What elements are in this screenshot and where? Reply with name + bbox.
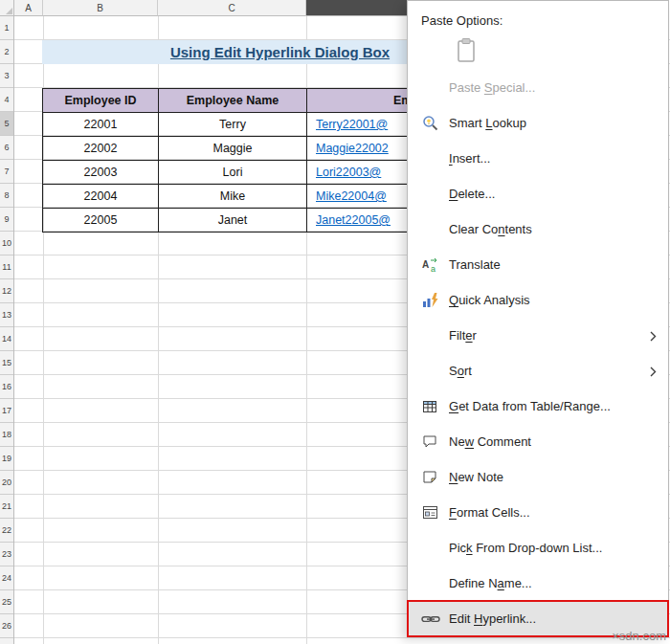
row-header[interactable]: 15 bbox=[0, 351, 13, 375]
blank-icon bbox=[421, 327, 440, 344]
new-note-icon bbox=[421, 469, 440, 486]
menu-item-clear-contents[interactable]: Clear Contents bbox=[408, 211, 668, 247]
blank-icon bbox=[421, 575, 440, 592]
cell-employee-id[interactable]: 22001 bbox=[43, 113, 159, 137]
cell-employee-name[interactable]: Terry bbox=[159, 113, 307, 137]
row-header[interactable]: 25 bbox=[0, 590, 13, 614]
excel-window: A B C 1 2 3 4 5 6 7 8 9 10 11 12 13 14 1… bbox=[0, 0, 670, 644]
select-all-corner[interactable] bbox=[0, 0, 14, 16]
menu-item-smart-lookup[interactable]: Smart Lookup bbox=[408, 105, 668, 141]
cell-employee-name[interactable]: Janet bbox=[159, 209, 307, 233]
row-header[interactable]: 6 bbox=[0, 136, 13, 160]
row-header[interactable]: 13 bbox=[0, 303, 13, 327]
cell-employee-name[interactable]: Mike bbox=[159, 185, 307, 209]
row-header[interactable]: 7 bbox=[0, 160, 13, 184]
paste-options-label: Paste Options: bbox=[408, 7, 668, 33]
menu-item-pick-from-list[interactable]: Pick From Drop-down List... bbox=[408, 530, 668, 566]
blank-icon bbox=[421, 221, 440, 238]
worksheet-title: Using Edit Hyperlink Dialog Box bbox=[170, 44, 390, 60]
cell-employee-name[interactable]: Maggie bbox=[159, 137, 307, 161]
menu-item-sort[interactable]: Sort bbox=[408, 353, 668, 389]
column-header-a[interactable]: A bbox=[14, 0, 43, 16]
row-header[interactable]: 1 bbox=[0, 16, 13, 40]
header-employee-name[interactable]: Employee Name bbox=[159, 89, 307, 113]
cell-employee-name[interactable]: Lori bbox=[159, 161, 307, 185]
paste-button[interactable] bbox=[452, 36, 480, 67]
header-employee-id[interactable]: Employee ID bbox=[43, 89, 159, 113]
row-header[interactable]: 24 bbox=[0, 566, 13, 590]
translate-icon: Aa bbox=[421, 256, 440, 274]
row-header[interactable]: 14 bbox=[0, 327, 13, 351]
cell-employee-id[interactable]: 22002 bbox=[43, 137, 159, 161]
blank-icon bbox=[421, 363, 440, 380]
edit-hyperlink-icon bbox=[421, 611, 440, 628]
cell-employee-id[interactable]: 22005 bbox=[43, 209, 159, 233]
row-header[interactable]: 19 bbox=[0, 447, 13, 471]
blank-icon bbox=[421, 79, 440, 97]
menu-item-new-note[interactable]: New Note bbox=[408, 459, 668, 495]
menu-item-translate[interactable]: Aa Translate bbox=[408, 247, 668, 282]
format-cells-icon bbox=[421, 504, 440, 522]
menu-item-quick-analysis[interactable]: Quick Analysis bbox=[408, 282, 668, 318]
submenu-arrow-icon bbox=[650, 330, 657, 344]
row-header[interactable]: 18 bbox=[0, 423, 13, 447]
row-header[interactable]: 3 bbox=[0, 64, 13, 88]
row-header[interactable]: 12 bbox=[0, 279, 13, 303]
menu-item-format-cells[interactable]: Format Cells... bbox=[408, 495, 668, 530]
cell-employee-id[interactable]: 22003 bbox=[43, 161, 159, 185]
row-header[interactable]: 8 bbox=[0, 184, 13, 208]
menu-item-filter[interactable]: Filter bbox=[408, 318, 668, 353]
row-header[interactable]: 16 bbox=[0, 375, 13, 399]
watermark: ×sdn.com bbox=[612, 629, 666, 643]
menu-item-delete[interactable]: Delete... bbox=[408, 176, 668, 211]
submenu-arrow-icon bbox=[650, 366, 657, 380]
menu-item-paste-special: Paste Special... bbox=[408, 70, 668, 105]
row-headers: 1 2 3 4 5 6 7 8 9 10 11 12 13 14 15 16 1… bbox=[0, 16, 14, 644]
worksheet-title-cell[interactable]: Using Edit Hyperlink Dialog Box bbox=[42, 40, 460, 64]
svg-text:A: A bbox=[422, 259, 429, 270]
column-header-c[interactable]: C bbox=[158, 0, 306, 16]
column-headers: A B C bbox=[14, 0, 474, 16]
row-header[interactable]: 17 bbox=[0, 399, 13, 423]
row-header[interactable]: 23 bbox=[0, 543, 13, 566]
row-header[interactable]: 22 bbox=[0, 519, 13, 543]
column-header-b[interactable]: B bbox=[43, 0, 158, 16]
smart-lookup-icon bbox=[421, 115, 440, 132]
menu-item-define-name[interactable]: Define Name... bbox=[408, 566, 668, 601]
new-comment-icon bbox=[421, 433, 440, 451]
row-header[interactable]: 10 bbox=[0, 232, 13, 255]
row-header[interactable]: 2 bbox=[0, 40, 13, 64]
row-header[interactable]: 26 bbox=[0, 614, 13, 638]
get-data-icon bbox=[421, 398, 440, 415]
quick-analysis-icon bbox=[421, 292, 440, 309]
blank-icon bbox=[421, 540, 440, 557]
menu-item-new-comment[interactable]: New Comment bbox=[408, 424, 668, 459]
blank-icon bbox=[421, 186, 440, 203]
row-header[interactable]: 20 bbox=[0, 471, 13, 495]
row-header-selected[interactable]: 5 bbox=[0, 112, 13, 136]
row-header[interactable]: 4 bbox=[0, 88, 13, 112]
cell-employee-id[interactable]: 22004 bbox=[43, 185, 159, 209]
blank-icon bbox=[421, 150, 440, 167]
context-menu: Paste Options: Paste Special... Smart Lo… bbox=[407, 0, 669, 635]
svg-text:a: a bbox=[431, 264, 436, 273]
clipboard-icon bbox=[456, 37, 477, 67]
row-header[interactable]: 11 bbox=[0, 255, 13, 279]
row-header[interactable]: 9 bbox=[0, 208, 13, 232]
paste-options-row bbox=[408, 33, 668, 70]
row-header[interactable]: 21 bbox=[0, 495, 13, 519]
menu-item-insert[interactable]: Insert... bbox=[408, 141, 668, 176]
menu-item-get-data[interactable]: Get Data from Table/Range... bbox=[408, 389, 668, 424]
